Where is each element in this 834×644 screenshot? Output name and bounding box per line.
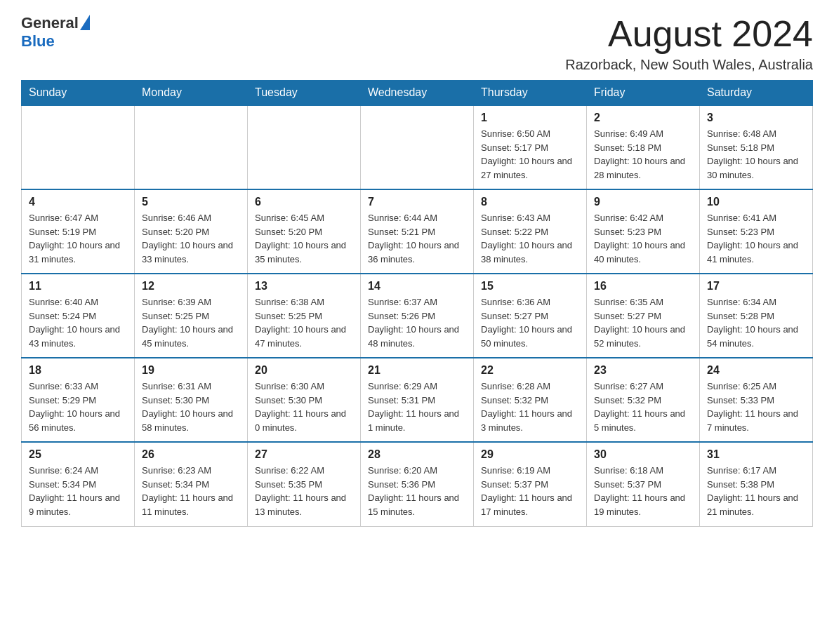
calendar-day-cell: 22Sunrise: 6:28 AMSunset: 5:32 PMDayligh… [474, 358, 587, 442]
calendar-day-cell: 4Sunrise: 6:47 AMSunset: 5:19 PMDaylight… [22, 189, 135, 274]
day-number: 30 [594, 448, 692, 461]
calendar-day-cell: 12Sunrise: 6:39 AMSunset: 5:25 PMDayligh… [135, 274, 248, 358]
day-info: Sunrise: 6:24 AMSunset: 5:34 PMDaylight:… [29, 464, 127, 518]
calendar-week-row: 4Sunrise: 6:47 AMSunset: 5:19 PMDaylight… [22, 189, 813, 274]
day-info: Sunrise: 6:19 AMSunset: 5:37 PMDaylight:… [481, 464, 579, 518]
day-info: Sunrise: 6:46 AMSunset: 5:20 PMDaylight:… [142, 211, 240, 266]
calendar-day-cell: 7Sunrise: 6:44 AMSunset: 5:21 PMDaylight… [361, 189, 474, 274]
calendar-day-cell: 17Sunrise: 6:34 AMSunset: 5:28 PMDayligh… [700, 274, 813, 358]
logo: General Blue [21, 14, 90, 51]
weekday-header-tuesday: Tuesday [248, 81, 361, 106]
day-info: Sunrise: 6:38 AMSunset: 5:25 PMDaylight:… [255, 295, 353, 350]
calendar-header-row: SundayMondayTuesdayWednesdayThursdayFrid… [22, 81, 813, 106]
calendar-week-row: 11Sunrise: 6:40 AMSunset: 5:24 PMDayligh… [22, 274, 813, 358]
day-info: Sunrise: 6:40 AMSunset: 5:24 PMDaylight:… [29, 295, 127, 350]
day-info: Sunrise: 6:17 AMSunset: 5:38 PMDaylight:… [707, 464, 805, 518]
calendar-day-cell: 16Sunrise: 6:35 AMSunset: 5:27 PMDayligh… [587, 274, 700, 358]
day-number: 28 [368, 448, 466, 461]
calendar-day-cell: 21Sunrise: 6:29 AMSunset: 5:31 PMDayligh… [361, 358, 474, 442]
day-info: Sunrise: 6:42 AMSunset: 5:23 PMDaylight:… [594, 211, 692, 266]
location-text: Razorback, New South Wales, Australia [565, 57, 813, 73]
day-number: 17 [707, 280, 805, 293]
weekday-header-saturday: Saturday [700, 81, 813, 106]
day-number: 15 [481, 280, 579, 293]
calendar-day-cell: 6Sunrise: 6:45 AMSunset: 5:20 PMDaylight… [248, 189, 361, 274]
day-info: Sunrise: 6:43 AMSunset: 5:22 PMDaylight:… [481, 211, 579, 266]
calendar-day-cell: 28Sunrise: 6:20 AMSunset: 5:36 PMDayligh… [361, 442, 474, 526]
calendar-day-cell [135, 105, 248, 189]
day-info: Sunrise: 6:39 AMSunset: 5:25 PMDaylight:… [142, 295, 240, 350]
day-number: 13 [255, 280, 353, 293]
day-info: Sunrise: 6:27 AMSunset: 5:32 PMDaylight:… [594, 380, 692, 434]
logo-general-text: General [21, 14, 79, 32]
page-header: General Blue August 2024 Razorback, New … [21, 14, 813, 73]
day-info: Sunrise: 6:35 AMSunset: 5:27 PMDaylight:… [594, 295, 692, 350]
day-number: 21 [368, 364, 466, 377]
day-info: Sunrise: 6:22 AMSunset: 5:35 PMDaylight:… [255, 464, 353, 518]
day-number: 27 [255, 448, 353, 461]
calendar-week-row: 25Sunrise: 6:24 AMSunset: 5:34 PMDayligh… [22, 442, 813, 526]
calendar-day-cell: 3Sunrise: 6:48 AMSunset: 5:18 PMDaylight… [700, 105, 813, 189]
day-info: Sunrise: 6:20 AMSunset: 5:36 PMDaylight:… [368, 464, 466, 518]
day-number: 24 [707, 364, 805, 377]
calendar-day-cell: 18Sunrise: 6:33 AMSunset: 5:29 PMDayligh… [22, 358, 135, 442]
weekday-header-friday: Friday [587, 81, 700, 106]
calendar-day-cell: 20Sunrise: 6:30 AMSunset: 5:30 PMDayligh… [248, 358, 361, 442]
calendar-day-cell: 1Sunrise: 6:50 AMSunset: 5:17 PMDaylight… [474, 105, 587, 189]
title-section: August 2024 Razorback, New South Wales, … [565, 14, 813, 73]
day-info: Sunrise: 6:44 AMSunset: 5:21 PMDaylight:… [368, 211, 466, 266]
weekday-header-wednesday: Wednesday [361, 81, 474, 106]
day-info: Sunrise: 6:41 AMSunset: 5:23 PMDaylight:… [707, 211, 805, 266]
calendar-week-row: 18Sunrise: 6:33 AMSunset: 5:29 PMDayligh… [22, 358, 813, 442]
calendar-day-cell: 23Sunrise: 6:27 AMSunset: 5:32 PMDayligh… [587, 358, 700, 442]
calendar-day-cell: 26Sunrise: 6:23 AMSunset: 5:34 PMDayligh… [135, 442, 248, 526]
day-number: 14 [368, 280, 466, 293]
day-number: 16 [594, 280, 692, 293]
day-info: Sunrise: 6:23 AMSunset: 5:34 PMDaylight:… [142, 464, 240, 518]
calendar-day-cell: 13Sunrise: 6:38 AMSunset: 5:25 PMDayligh… [248, 274, 361, 358]
day-number: 3 [707, 112, 805, 124]
day-info: Sunrise: 6:49 AMSunset: 5:18 PMDaylight:… [594, 127, 692, 182]
day-number: 11 [29, 280, 127, 293]
day-number: 6 [255, 196, 353, 208]
calendar-day-cell: 30Sunrise: 6:18 AMSunset: 5:37 PMDayligh… [587, 442, 700, 526]
day-number: 9 [594, 196, 692, 208]
calendar-day-cell: 19Sunrise: 6:31 AMSunset: 5:30 PMDayligh… [135, 358, 248, 442]
weekday-header-thursday: Thursday [474, 81, 587, 106]
day-number: 25 [29, 448, 127, 461]
day-info: Sunrise: 6:28 AMSunset: 5:32 PMDaylight:… [481, 380, 579, 434]
day-number: 4 [29, 196, 127, 208]
calendar-day-cell [361, 105, 474, 189]
day-info: Sunrise: 6:50 AMSunset: 5:17 PMDaylight:… [481, 127, 579, 182]
day-number: 8 [481, 196, 579, 208]
day-number: 31 [707, 448, 805, 461]
calendar-week-row: 1Sunrise: 6:50 AMSunset: 5:17 PMDaylight… [22, 105, 813, 189]
weekday-header-monday: Monday [135, 81, 248, 106]
calendar-day-cell: 11Sunrise: 6:40 AMSunset: 5:24 PMDayligh… [22, 274, 135, 358]
calendar-day-cell: 31Sunrise: 6:17 AMSunset: 5:38 PMDayligh… [700, 442, 813, 526]
day-number: 1 [481, 112, 579, 124]
day-number: 23 [594, 364, 692, 377]
day-info: Sunrise: 6:33 AMSunset: 5:29 PMDaylight:… [29, 380, 127, 434]
day-info: Sunrise: 6:25 AMSunset: 5:33 PMDaylight:… [707, 380, 805, 434]
day-number: 12 [142, 280, 240, 293]
day-info: Sunrise: 6:29 AMSunset: 5:31 PMDaylight:… [368, 380, 466, 434]
day-info: Sunrise: 6:31 AMSunset: 5:30 PMDaylight:… [142, 380, 240, 434]
calendar-day-cell: 10Sunrise: 6:41 AMSunset: 5:23 PMDayligh… [700, 189, 813, 274]
day-number: 7 [368, 196, 466, 208]
logo-blue-text: Blue [21, 32, 90, 51]
calendar-day-cell: 9Sunrise: 6:42 AMSunset: 5:23 PMDaylight… [587, 189, 700, 274]
day-info: Sunrise: 6:48 AMSunset: 5:18 PMDaylight:… [707, 127, 805, 182]
day-number: 2 [594, 112, 692, 124]
day-info: Sunrise: 6:47 AMSunset: 5:19 PMDaylight:… [29, 211, 127, 266]
calendar-day-cell: 24Sunrise: 6:25 AMSunset: 5:33 PMDayligh… [700, 358, 813, 442]
day-number: 19 [142, 364, 240, 377]
calendar-day-cell [22, 105, 135, 189]
day-info: Sunrise: 6:18 AMSunset: 5:37 PMDaylight:… [594, 464, 692, 518]
day-info: Sunrise: 6:37 AMSunset: 5:26 PMDaylight:… [368, 295, 466, 350]
day-number: 5 [142, 196, 240, 208]
calendar-day-cell: 14Sunrise: 6:37 AMSunset: 5:26 PMDayligh… [361, 274, 474, 358]
day-number: 18 [29, 364, 127, 377]
day-number: 29 [481, 448, 579, 461]
day-number: 22 [481, 364, 579, 377]
